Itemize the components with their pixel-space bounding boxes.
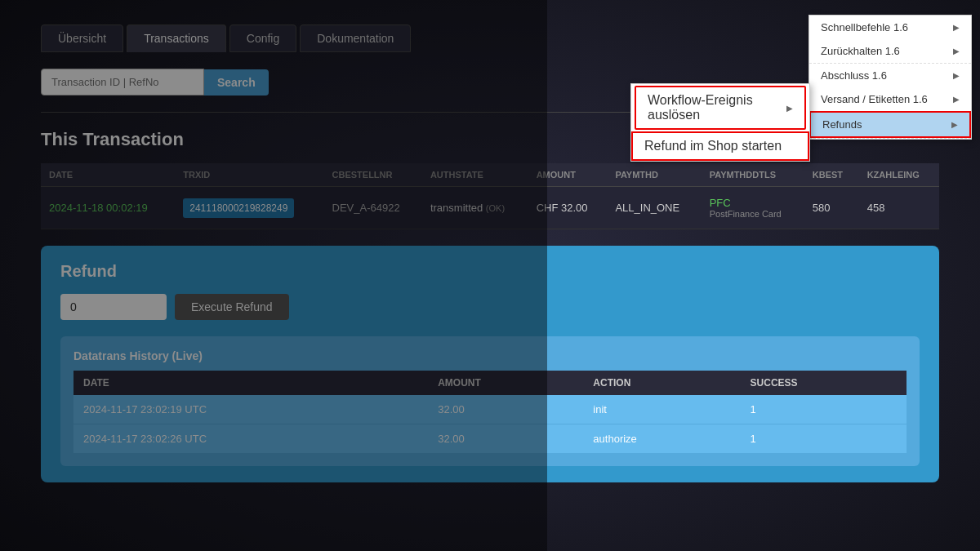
refund-amount-input[interactable] bbox=[60, 294, 167, 320]
schnellbefehle-arrow-icon: ▶ bbox=[953, 23, 960, 32]
history-cell-action-1: authorize bbox=[583, 424, 740, 454]
separator-2 bbox=[809, 138, 971, 139]
col-trxid: TRXID bbox=[175, 163, 323, 187]
tab-bar: Übersicht Transactions Config Dokumentat… bbox=[41, 24, 939, 52]
history-cell-date-0: 2024-11-17 23:02:19 UTC bbox=[74, 395, 428, 424]
refund-im-shop-label: Refund im Shop starten bbox=[644, 139, 782, 153]
history-table: DATE AMOUNT ACTION SUCCESS 2024-11-17 23… bbox=[74, 371, 906, 453]
tab-dokumentation[interactable]: Dokumentation bbox=[300, 24, 411, 52]
refunds-label: Refunds bbox=[822, 118, 862, 131]
col-paymthd: PAYMTHD bbox=[607, 163, 701, 187]
cell-cbestellnr: DEV_A-64922 bbox=[324, 187, 422, 229]
col-date: DATE bbox=[41, 163, 175, 187]
tab-transactions[interactable]: Transactions bbox=[127, 24, 226, 52]
history-cell-amount-0: 32.00 bbox=[428, 395, 583, 424]
search-button[interactable]: Search bbox=[204, 69, 269, 96]
cell-trxid: 241118000219828249 bbox=[175, 187, 323, 229]
col-cbestellnr: CBESTELLNR bbox=[324, 163, 422, 187]
versand-item[interactable]: Versand / Etiketten 1.6 ▶ bbox=[809, 87, 971, 111]
cell-amount: CHF 32.00 bbox=[528, 187, 608, 229]
trxid-badge[interactable]: 241118000219828249 bbox=[183, 198, 294, 218]
context-menu: Schnellbefehle 1.6 ▶ Zurückhalten 1.6 ▶ … bbox=[808, 15, 972, 140]
col-amount: AMOUNT bbox=[528, 163, 608, 187]
history-col-success: SUCCESS bbox=[741, 371, 906, 395]
abschluss-item[interactable]: Abschluss 1.6 ▶ bbox=[809, 64, 971, 87]
tab-config[interactable]: Config bbox=[229, 24, 296, 52]
history-row: 2024-11-17 23:02:19 UTC 32.00 init 1 bbox=[74, 395, 906, 424]
cell-kbest: 580 bbox=[804, 187, 859, 229]
abschluss-label: Abschluss 1.6 bbox=[821, 69, 887, 82]
refunds-arrow-icon: ▶ bbox=[951, 120, 958, 129]
zuruckhalten-label: Zurückhalten 1.6 bbox=[821, 45, 900, 57]
search-input[interactable] bbox=[41, 69, 204, 96]
history-col-amount: AMOUNT bbox=[428, 371, 583, 395]
history-cell-success-0: 1 bbox=[741, 395, 906, 424]
zuruckhalten-item[interactable]: Zurückhalten 1.6 ▶ bbox=[809, 39, 971, 63]
cell-kzahleing: 458 bbox=[859, 187, 939, 229]
refund-section: Refund Execute Refund Datatrans History … bbox=[41, 246, 939, 482]
cell-paymthddtls: PFC PostFinance Card bbox=[702, 187, 804, 229]
schnellbefehle-label: Schnellbefehle 1.6 bbox=[821, 21, 908, 33]
versand-arrow-icon: ▶ bbox=[953, 95, 960, 104]
tab-ubersicht[interactable]: Übersicht bbox=[41, 24, 123, 52]
history-col-date: DATE bbox=[74, 371, 428, 395]
context-menu-overlay: Workflow-Ereignis auslösen ▶ Refund im S… bbox=[808, 15, 972, 140]
versand-label: Versand / Etiketten 1.6 bbox=[821, 93, 928, 105]
history-container: Datatrans History (Live) DATE AMOUNT ACT… bbox=[60, 336, 920, 466]
refund-controls: Execute Refund bbox=[60, 294, 920, 320]
history-row: 2024-11-17 23:02:26 UTC 32.00 authorize … bbox=[74, 424, 906, 454]
workflow-arrow-icon: ▶ bbox=[786, 104, 793, 113]
col-kbest: KBEST bbox=[804, 163, 859, 187]
execute-refund-button[interactable]: Execute Refund bbox=[175, 294, 289, 320]
zuruckhalten-arrow-icon: ▶ bbox=[953, 47, 960, 56]
authstate-ok: (OK) bbox=[486, 203, 505, 213]
history-cell-amount-1: 32.00 bbox=[428, 424, 583, 454]
history-title: Datatrans History (Live) bbox=[74, 349, 906, 362]
history-cell-date-1: 2024-11-17 23:02:26 UTC bbox=[74, 424, 428, 454]
cell-paymthd: ALL_IN_ONE bbox=[607, 187, 701, 229]
history-col-action: ACTION bbox=[583, 371, 740, 395]
workflow-label: Workflow-Ereignis auslösen bbox=[648, 93, 780, 122]
history-cell-success-1: 1 bbox=[741, 424, 906, 454]
table-row: 2024-11-18 00:02:19 241118000219828249 D… bbox=[41, 187, 939, 229]
col-authstate: AUTHSTATE bbox=[422, 163, 528, 187]
cell-date: 2024-11-18 00:02:19 bbox=[41, 187, 175, 229]
transaction-table: DATE TRXID CBESTELLNR AUTHSTATE AMOUNT P… bbox=[41, 163, 939, 229]
refund-im-shop-item[interactable]: Refund im Shop starten bbox=[631, 131, 809, 161]
workflow-ereignis-item[interactable]: Workflow-Ereignis auslösen ▶ bbox=[635, 86, 806, 130]
col-paymthddtls: PAYMTHDDTLS bbox=[702, 163, 804, 187]
cell-authstate: transmitted (OK) bbox=[422, 187, 528, 229]
refunds-item[interactable]: Refunds ▶ bbox=[809, 111, 971, 138]
history-cell-action-0: init bbox=[583, 395, 740, 424]
refund-title: Refund bbox=[60, 262, 920, 281]
abschluss-arrow-icon: ▶ bbox=[953, 71, 960, 80]
sub-context-menu: Workflow-Ereignis auslösen ▶ Refund im S… bbox=[630, 83, 810, 162]
schnellbefehle-item[interactable]: Schnellbefehle 1.6 ▶ bbox=[809, 16, 971, 39]
col-kzahleing: KZAHLEING bbox=[859, 163, 939, 187]
